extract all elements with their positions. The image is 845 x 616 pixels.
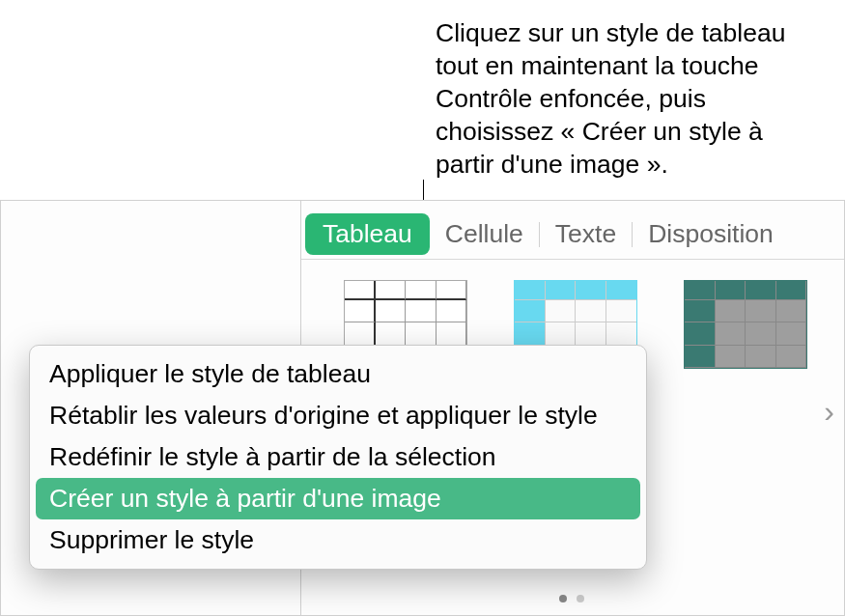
tab-texte[interactable]: Texte — [540, 213, 632, 255]
tab-cellule[interactable]: Cellule — [430, 213, 539, 255]
tab-tableau[interactable]: Tableau — [305, 213, 430, 255]
chevron-right-icon[interactable]: › — [824, 394, 834, 430]
menu-item-redefine-from-selection[interactable]: Redéfinir le style à partir de la sélect… — [36, 436, 640, 478]
pager-dot[interactable] — [559, 595, 567, 602]
menu-item-delete-style[interactable]: Supprimer le style — [36, 519, 640, 561]
callout-instruction: Cliquez sur un style de tableau tout en … — [436, 17, 812, 182]
pager-dots — [559, 595, 584, 602]
menu-item-reset-apply[interactable]: Rétablir les valeurs d'origine et appliq… — [36, 395, 640, 436]
inspector-tabs: Tableau Cellule Texte Disposition — [305, 213, 789, 255]
pager-dot[interactable] — [577, 595, 584, 602]
menu-item-apply-style[interactable]: Appliquer le style de tableau — [36, 353, 640, 395]
table-style-thumbnail[interactable] — [684, 280, 807, 369]
tabs-underline — [301, 259, 844, 260]
menu-item-create-from-image[interactable]: Créer un style à partir d'une image — [36, 478, 640, 519]
tab-disposition[interactable]: Disposition — [633, 213, 789, 255]
context-menu: Appliquer le style de tableau Rétablir l… — [29, 345, 647, 570]
